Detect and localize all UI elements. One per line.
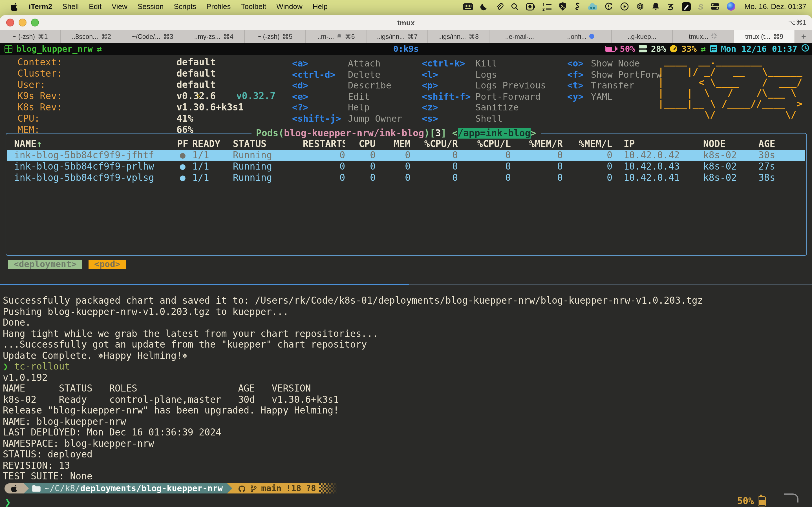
tab-3[interactable]: ~/Code/...⌘3 xyxy=(122,30,184,43)
pod-row[interactable]: ink-blog-5bb84cf9f9-prlhw ● 1/1 Running … xyxy=(6,161,806,172)
tab-13-active[interactable]: tmux (t...⌘9 xyxy=(734,30,795,43)
bell-icon[interactable] xyxy=(652,2,660,11)
menubar-status-area: 12 xyxy=(463,2,806,11)
session-grid-icon xyxy=(4,45,12,53)
tab-7[interactable]: ..igs/inn...⌘7 xyxy=(367,30,428,43)
shell-cursor-chevron: ❯ xyxy=(4,496,11,507)
inactive-pane-border xyxy=(409,284,812,285)
shield-terminal-icon[interactable] xyxy=(559,2,567,11)
powerline-git-segment: main !18 ?8 xyxy=(232,483,319,494)
tab-1[interactable]: ~ (-zsh)⌘1 xyxy=(0,30,61,43)
active-pane-border xyxy=(0,284,409,285)
pen-app-icon[interactable] xyxy=(682,2,691,11)
menu-iterm2[interactable]: iTerm2 xyxy=(24,2,57,11)
k9s-breadcrumbs: <deployment> <pod> xyxy=(8,260,126,269)
zoom-button[interactable] xyxy=(31,18,39,26)
tmux-datetime: Mon 12/16 01:37 xyxy=(721,44,797,54)
menu-help[interactable]: Help xyxy=(308,2,333,11)
scribble-icon[interactable] xyxy=(667,3,674,10)
tmux-session[interactable]: blog_kupper_nrw ⇄ xyxy=(4,44,102,54)
battery-status: 50% xyxy=(737,496,766,506)
keyboard-icon[interactable] xyxy=(463,3,473,10)
traffic-lights xyxy=(6,18,39,26)
prompt-chevron: ❯ xyxy=(3,361,8,372)
minimize-button[interactable] xyxy=(18,18,27,26)
tab-8[interactable]: ..igs/inn...⌘8 xyxy=(428,30,490,43)
close-button[interactable] xyxy=(6,18,14,26)
tab-12[interactable]: tmux... xyxy=(673,30,734,43)
battery-percent: 50% xyxy=(620,44,635,54)
apple-icon xyxy=(11,485,18,492)
tmux-status-bar: blog_kupper_nrw ⇄ 0:k9s 50% 28% 33% ⇄ Mo… xyxy=(0,43,812,55)
k9s-keybinds-col1: <a>Attach <ctrl-d>Delete <d>Describe <e>… xyxy=(292,58,402,124)
git-branch-icon xyxy=(250,485,257,492)
port-forward-dot: ● xyxy=(173,161,192,172)
powerline-prompt: ~/C/k8/deployments/blog-kuepper-nrw main… xyxy=(4,483,338,494)
play-circle-icon[interactable] xyxy=(620,2,629,11)
tab-6[interactable]: ..m-... ⌘6 xyxy=(306,30,367,43)
menu-session[interactable]: Session xyxy=(133,2,169,11)
tab-activity-dot xyxy=(589,34,594,39)
calendar-icon xyxy=(710,45,717,52)
port-forward-dot: ● xyxy=(173,172,192,184)
spotlight-search-icon[interactable] xyxy=(511,3,519,10)
tmux-window-label[interactable]: 0:k9s xyxy=(393,44,419,54)
menu-window[interactable]: Window xyxy=(271,2,308,11)
tab-2[interactable]: ..8scon...⌘2 xyxy=(61,30,122,43)
apple-menu-icon[interactable] xyxy=(6,2,24,11)
tmux-pane-divider[interactable] xyxy=(0,284,812,285)
paperclip-icon[interactable] xyxy=(496,3,504,10)
moon-focus-icon[interactable] xyxy=(480,3,488,10)
powerline-os-segment xyxy=(4,483,24,494)
powerline-fade xyxy=(319,483,338,494)
openai-icon[interactable] xyxy=(636,2,645,11)
menu-edit[interactable]: Edit xyxy=(84,2,107,11)
battery-vertical-icon xyxy=(758,496,766,506)
powerline-dir-segment: ~/C/k8/deployments/blog-kuepper-nrw xyxy=(29,483,227,494)
tab-11[interactable]: ..g-kuep... xyxy=(612,30,673,43)
tmux-status-right: 50% 28% 33% ⇄ Mon 12/16 01:37 xyxy=(605,44,809,54)
pod-row-selected[interactable]: ink-blog-5bb84cf9f9-jfhtf ● 1/1 Running … xyxy=(7,150,805,161)
terminal-pane[interactable]: blog_kupper_nrw ⇄ 0:k9s 50% 28% 33% ⇄ Mo… xyxy=(0,43,812,507)
powerline-separator xyxy=(24,483,29,494)
upgrade-bolt-icon: ⚡ xyxy=(196,91,236,102)
control-center-icon[interactable] xyxy=(711,3,719,10)
tab-10[interactable]: ..onfi... xyxy=(550,30,612,43)
pod-row[interactable]: ink-blog-5bb84cf9f9-vplsg ● 1/1 Running … xyxy=(6,172,806,184)
cpu-percent: 33% xyxy=(681,44,697,54)
siri-icon[interactable] xyxy=(727,2,735,11)
crumb-pod[interactable]: <pod> xyxy=(89,260,126,269)
memory-percent: 28% xyxy=(651,44,666,54)
crumb-deployment[interactable]: <deployment> xyxy=(8,260,82,269)
tab-9[interactable]: ..e-mail-... xyxy=(490,30,551,43)
menu-profiles[interactable]: Profiles xyxy=(201,2,236,11)
pods-table-header: NAME↑ PF READY STATUS RESTARTS CPU MEM %… xyxy=(6,138,806,150)
powerline-separator xyxy=(227,483,232,494)
active-filter-badge: /app=ink-blog xyxy=(458,128,530,138)
shared-cloud-icon[interactable] xyxy=(588,3,597,10)
menu-view[interactable]: View xyxy=(107,2,133,11)
macos-menubar: iTerm2 Shell Edit View Session Scripts P… xyxy=(0,0,812,13)
menu-toolbelt[interactable]: Toolbelt xyxy=(236,2,271,11)
hook-icon[interactable] xyxy=(574,2,580,11)
memory-icon xyxy=(639,45,647,52)
tab-5[interactable]: ~ (-zsh)⌘5 xyxy=(245,30,306,43)
ordered-list-icon[interactable]: 12 xyxy=(543,3,552,10)
new-tab-button[interactable]: + xyxy=(795,30,812,43)
update-alert-icon[interactable] xyxy=(605,2,613,11)
menubar-clock[interactable]: Mo. 16. Dez. 01:37 xyxy=(744,2,806,11)
entered-command: tc-rollout xyxy=(14,361,70,372)
s-app-icon[interactable]: S xyxy=(698,2,703,11)
session-refresh-icon: ⇄ xyxy=(97,44,102,54)
menu-scripts[interactable]: Scripts xyxy=(168,2,201,11)
rounded-corner-indicator xyxy=(784,494,799,503)
sync-icon: ⇄ xyxy=(701,44,706,54)
octocat-icon xyxy=(238,485,246,492)
pods-table-title: Pods(blog-kuepper-nrw/ink-blog)[3] </app… xyxy=(252,128,541,138)
tab-bell-icon xyxy=(337,33,342,40)
window-titlebar[interactable]: tmux ⌥⌘1 xyxy=(0,15,812,30)
screen-recorder-icon[interactable] xyxy=(526,3,535,10)
svg-text:1: 1 xyxy=(543,3,545,7)
tab-4[interactable]: ..my-zs...⌘4 xyxy=(184,30,245,43)
menu-shell[interactable]: Shell xyxy=(57,2,84,11)
